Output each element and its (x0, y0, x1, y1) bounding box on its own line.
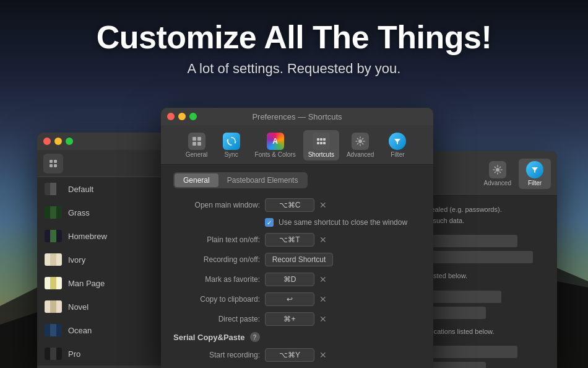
theme-preview-manpage (45, 277, 62, 289)
close-button[interactable] (43, 138, 51, 145)
sync-icon (223, 133, 240, 150)
seg-pasteboard[interactable]: Pasteboard Elements (218, 173, 307, 187)
shortcut-clear-btn[interactable]: ✕ (319, 235, 327, 245)
shortcut-row-paste: Direct paste: ⌘+ ✕ (173, 312, 421, 326)
filter-tab-advanced[interactable]: Advanced (479, 159, 516, 189)
svg-rect-15 (317, 142, 319, 144)
shortcut-field[interactable]: ⌥⌘Y (265, 348, 314, 362)
svg-rect-2 (50, 160, 53, 163)
theme-preview-grass (45, 206, 62, 219)
theme-name: Homebrew (68, 232, 107, 241)
theme-preview-pro (45, 348, 62, 360)
fonts-icon: A (267, 133, 284, 150)
shortcut-clear-btn[interactable]: ✕ (319, 350, 327, 360)
segmented-control: General Pasteboard Elements (173, 172, 308, 188)
shortcut-row-open: Open main window: ⌥⌘C ✕ (173, 198, 421, 212)
svg-rect-7 (197, 137, 201, 141)
shortcut-row-recording: Recording on/off: Record Shortcut (173, 253, 421, 266)
tab-label: Advanced (347, 151, 374, 158)
headline: Customize All The Things! (97, 19, 491, 56)
checkbox-label: Use same shortcut to close the window (279, 218, 407, 227)
shortcuts-icon (313, 133, 330, 150)
section-header-serial: Serial Copy&Paste ? (173, 332, 421, 342)
filter-tab-filter[interactable]: Filter (519, 159, 551, 189)
minimize-button[interactable] (54, 138, 62, 145)
theme-name: Default (68, 185, 93, 194)
theme-preview-ivory (45, 253, 62, 266)
shortcut-label: Plain text on/off: (173, 235, 260, 244)
shortcut-field-record[interactable]: Record Shortcut (265, 253, 333, 266)
shortcut-field[interactable]: ⌘+ (265, 312, 314, 326)
theme-preview-default (45, 183, 62, 195)
general-icon (188, 133, 205, 150)
svg-rect-13 (320, 138, 322, 141)
svg-rect-14 (323, 138, 326, 141)
tab-label: Shortcuts (308, 151, 334, 158)
close-button-prefs[interactable] (167, 113, 175, 120)
tab-sync[interactable]: Sync (215, 130, 248, 160)
tab-advanced[interactable]: Advanced (342, 130, 379, 160)
prefs-content: General Pasteboard Elements Open main wi… (161, 165, 433, 368)
shortcut-clear-btn[interactable]: ✕ (319, 200, 327, 210)
toolbar-icon-btn[interactable] (43, 154, 63, 173)
shortcut-value: Record Shortcut (272, 255, 326, 264)
shortcut-field[interactable]: ⌘D (265, 273, 314, 286)
advanced-icon (352, 133, 369, 150)
svg-rect-3 (54, 160, 57, 163)
theme-name: Novel (68, 302, 89, 312)
seg-general[interactable]: General (175, 173, 218, 187)
shortcut-label: Recording on/off: (173, 255, 260, 264)
maximize-button-prefs[interactable] (189, 113, 197, 120)
prefs-titlebar: Preferences — Shortcuts (161, 108, 433, 125)
tab-filter[interactable]: Filter (381, 130, 413, 160)
checkbox-same-shortcut[interactable]: ✓ (265, 218, 274, 227)
prefs-toolbar: General Sync (161, 125, 433, 165)
svg-point-19 (496, 168, 499, 172)
svg-rect-6 (192, 137, 196, 141)
prefs-window: Preferences — Shortcuts General (161, 108, 433, 368)
help-button[interactable]: ? (250, 332, 260, 342)
theme-name: Pro (68, 349, 80, 359)
theme-preview-novel (45, 300, 62, 313)
svg-rect-5 (54, 164, 57, 167)
shortcut-clear-btn[interactable]: ✕ (319, 294, 327, 304)
theme-name: Ocean (68, 326, 92, 335)
tab-shortcuts[interactable]: Shortcuts (303, 130, 339, 160)
svg-rect-8 (192, 142, 196, 146)
tab-label: Filter (528, 180, 542, 186)
svg-rect-17 (323, 142, 326, 144)
shortcut-value: ⌥⌘Y (279, 351, 300, 359)
traffic-lights (167, 113, 197, 120)
shortcut-clear-btn[interactable]: ✕ (319, 314, 327, 324)
shortcut-row-plaintext: Plain text on/off: ⌥⌘T ✕ (173, 233, 421, 247)
maximize-button[interactable] (66, 138, 73, 145)
shortcut-row-startrecord: Start recording: ⌥⌘Y ✕ (173, 348, 421, 362)
filter-tab-icon (526, 161, 543, 178)
tab-fonts[interactable]: A Fonts & Colors (250, 130, 301, 160)
shortcut-field[interactable]: ↩ (265, 292, 314, 306)
shortcut-value: ⌥⌘C (279, 201, 301, 209)
theme-preview-ocean (45, 324, 62, 336)
svg-rect-4 (50, 164, 53, 167)
svg-point-18 (358, 139, 362, 143)
tab-general[interactable]: General (181, 130, 213, 160)
minimize-button-prefs[interactable] (178, 113, 186, 120)
shortcut-row-copy: Copy to clipboard: ↩ ✕ (173, 292, 421, 306)
tab-label: Advanced (484, 180, 511, 186)
windows-container: Default Grass Homebrew (0, 81, 588, 368)
checkbox-row: ✓ Use same shortcut to close the window (173, 218, 421, 227)
shortcut-value: ⌘+ (283, 315, 295, 323)
shortcut-field[interactable]: ⌥⌘C (265, 198, 314, 212)
filter-icon (389, 133, 406, 150)
shortcut-value: ⌥⌘T (279, 235, 300, 244)
shortcut-label: Copy to clipboard: (173, 295, 260, 304)
shortcut-clear-btn[interactable]: ✕ (319, 274, 327, 284)
page-content: Customize All The Things! A lot of setti… (0, 0, 588, 368)
subheadline: A lot of settings. Requested by you. (188, 61, 401, 77)
section-title: Serial Copy&Paste (173, 333, 245, 342)
tab-label: Sync (224, 151, 238, 158)
shortcut-label: Mark as favorite: (173, 275, 260, 284)
shortcut-field[interactable]: ⌥⌘T (265, 233, 314, 247)
shortcut-label: Open main window: (173, 201, 260, 209)
shortcut-value: ⌘D (283, 275, 296, 284)
